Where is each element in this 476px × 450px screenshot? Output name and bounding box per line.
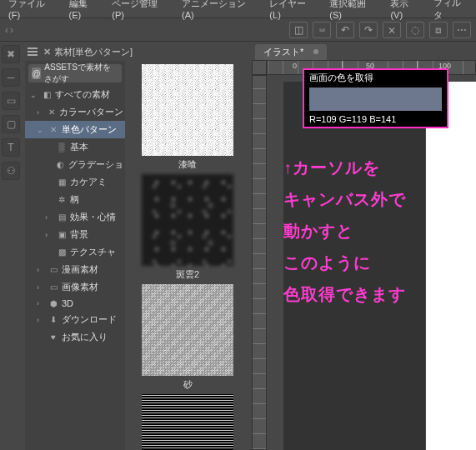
thumb-swatch (142, 284, 233, 376)
nav-fwd-icon[interactable]: › (10, 24, 13, 36)
menu-layer[interactable]: レイヤー(L) (263, 0, 323, 22)
tree-item-icon: ▒ (56, 142, 68, 152)
tree-item-label: カケアミ (70, 176, 107, 188)
tree-item[interactable]: ♥お気に入り (25, 328, 125, 346)
tree-toggle-icon[interactable]: ⌄ (30, 91, 38, 99)
tool-undo-icon[interactable]: ↶ (336, 22, 354, 38)
assets-label: ASSETSで素材をさがす (44, 62, 118, 85)
tree-item[interactable]: ›▭画像素材 (25, 278, 125, 296)
document-tab-label: イラスト* (263, 47, 303, 57)
tree-item[interactable]: ◐グラデーショ (25, 156, 125, 173)
tree-item-label: 画像素材 (62, 281, 98, 293)
thumb-swatch (142, 174, 233, 266)
tool-person-icon[interactable]: ⚇ (2, 162, 20, 180)
material-thumb[interactable] (128, 394, 247, 450)
tree-toggle-icon[interactable]: › (37, 108, 44, 117)
tree-item-label: ダウンロード (62, 313, 117, 326)
color-picker-swatch (309, 88, 442, 111)
tool-fill-icon[interactable]: ◫ (289, 22, 308, 38)
tree-item[interactable]: ✲柄 (25, 191, 125, 208)
assets-search-button[interactable]: @ ASSETSで素材をさがす (28, 64, 122, 82)
thumb-label: 砂 (128, 378, 247, 391)
menu-filter[interactable]: フィルタ (427, 0, 476, 23)
tool-redo-icon[interactable]: ↷ (359, 22, 378, 38)
annotation-line: このように (283, 247, 473, 278)
tree-item[interactable]: ›⬢3D (25, 296, 125, 311)
tree-item-icon: ⬢ (48, 299, 59, 308)
annotation-line: ↑カーソルを (283, 152, 473, 183)
tree-item-icon: ◧ (41, 90, 53, 99)
tool-divider-icon: ─ (2, 68, 20, 87)
tree-item[interactable]: ▒基本 (25, 138, 125, 156)
menu-view[interactable]: 表示(V) (383, 0, 427, 22)
material-thumb[interactable]: 漆喰 (128, 64, 247, 171)
tree-item[interactable]: ⌄◧すべての素材 (25, 86, 125, 103)
tree-toggle-icon[interactable]: › (37, 316, 45, 324)
tool-window-icon[interactable]: ▭ (2, 92, 20, 110)
menu-bar: ファイル(F) 編集(E) ページ管理(P) アニメーション(A) レイヤー(L… (0, 0, 476, 18)
tree-item-label: テクスチャ (70, 246, 116, 258)
menu-animation[interactable]: アニメーション(A) (175, 0, 263, 22)
tree-toggle-icon[interactable]: › (37, 266, 45, 274)
tree-item-label: 3D (62, 298, 73, 308)
document-tabbar: イラスト* (252, 42, 476, 60)
tree-item[interactable]: ⌄✕単色パターン (25, 121, 125, 138)
tree-item[interactable]: ›▤効果・心情 (25, 208, 125, 226)
tree-item-icon: ▩ (56, 248, 68, 257)
tool-snap-icon[interactable]: ⎃ (313, 22, 331, 38)
unsaved-dot-icon (313, 49, 318, 54)
tool-erase-icon[interactable]: ◌ (406, 22, 424, 38)
tool-more-icon[interactable]: ⋯ (453, 22, 471, 38)
nav-back-icon[interactable]: ‹ (5, 24, 8, 36)
tree-item-icon: ✕ (48, 125, 59, 134)
color-picker-rgb: R=109 G=119 B=141 (304, 112, 447, 126)
tree-toggle-icon[interactable]: › (45, 231, 53, 239)
menu-edit[interactable]: 編集(E) (63, 0, 106, 22)
menu-file[interactable]: ファイル(F) (2, 0, 63, 22)
tree-item[interactable]: ›▭漫画素材 (25, 261, 125, 278)
material-tree: @ ASSETSで素材をさがす ⌄◧すべての素材›✕カラーパターン⌄✕単色パター… (25, 61, 125, 450)
tree-item-label: 基本 (70, 141, 88, 153)
tree-toggle-icon[interactable]: ⌄ (37, 126, 45, 134)
tree-item-label: 柄 (70, 193, 79, 206)
tree-toggle-icon[interactable]: › (45, 213, 53, 222)
thumb-swatch (142, 394, 233, 450)
tool-save-icon[interactable]: ⧈ (429, 22, 448, 38)
tool-text-icon[interactable]: T (2, 138, 20, 157)
tool-clear-icon[interactable]: ⨯ (383, 22, 401, 38)
tree-toggle-icon[interactable]: › (37, 299, 45, 308)
tree-item-label: すべての素材 (55, 88, 110, 101)
tree-item[interactable]: ›⬇ダウンロード (25, 311, 125, 328)
thumb-swatch (142, 64, 233, 156)
toolbar: ‹ › ◫ ⎃ ↶ ↷ ⨯ ◌ ⧈ ⋯ (0, 18, 476, 42)
tree-item-icon: ⬇ (48, 315, 59, 324)
tree-item-icon: ✕ (47, 108, 57, 117)
tool-x-icon[interactable]: ✖ (2, 45, 20, 63)
tree-item[interactable]: ›▣背景 (25, 226, 125, 243)
tree-item-icon: ▭ (48, 265, 59, 274)
tree-item[interactable]: ▦カケアミ (25, 173, 125, 191)
material-thumb[interactable]: 砂 (128, 284, 247, 391)
tree-toggle-icon[interactable]: › (37, 283, 45, 292)
menu-page[interactable]: ページ管理(P) (105, 0, 175, 22)
annotation-line: キャンバス外で (283, 183, 473, 215)
tree-item-icon: ✲ (56, 195, 68, 204)
tree-item-label: 単色パターン (62, 123, 117, 136)
annotation-text: ↑カーソルを キャンバス外で 動かすと このように 色取得できます (283, 152, 473, 310)
tree-item-icon: ▤ (56, 212, 68, 222)
tool-rect-icon[interactable]: ▢ (2, 115, 20, 133)
ruler-mark: 0 (293, 62, 297, 70)
assets-icon: @ (32, 68, 41, 79)
annotation-line: 色取得できます (283, 278, 473, 310)
tree-item-label: お気に入り (62, 331, 108, 343)
color-picker-tooltip: 画面の色を取得 R=109 G=119 B=141 (303, 68, 448, 128)
tree-item[interactable]: ▩テクスチャ (25, 243, 125, 261)
document-tab[interactable]: イラスト* (255, 44, 327, 60)
ruler-corner (252, 60, 267, 75)
ruler-vertical (252, 75, 267, 450)
material-thumb[interactable]: 斑雲2 (128, 174, 247, 281)
menu-selection[interactable]: 選択範囲(S) (323, 0, 383, 22)
tree-item-label: 漫画素材 (62, 263, 98, 276)
material-thumbnails: 漆喰斑雲2砂 (125, 61, 250, 450)
tree-item[interactable]: ›✕カラーパターン (25, 103, 125, 121)
